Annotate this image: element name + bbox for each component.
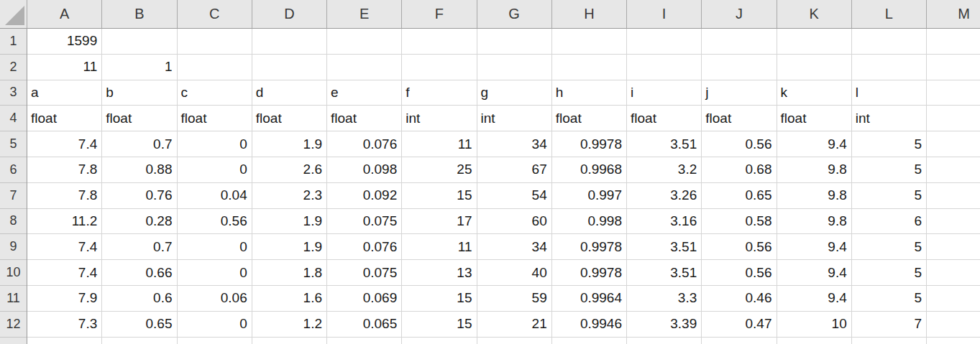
cell-L5[interactable]: 5: [852, 131, 927, 157]
cell-J1[interactable]: [702, 29, 777, 55]
column-header-J[interactable]: J: [702, 0, 777, 28]
row-header-7[interactable]: 7: [0, 183, 27, 209]
cell-D12[interactable]: 1.2: [252, 312, 327, 338]
cell-F4[interactable]: int: [402, 106, 477, 131]
cell-A8[interactable]: 11.2: [27, 209, 102, 235]
cell-A1[interactable]: 1599: [27, 29, 102, 55]
cell-C9[interactable]: 0: [178, 234, 252, 260]
column-header-D[interactable]: D: [252, 0, 327, 28]
cell-F13[interactable]: [402, 338, 477, 344]
cell-B2[interactable]: 1: [102, 55, 177, 80]
cell-D11[interactable]: 1.6: [252, 286, 327, 312]
row-header-2[interactable]: 2: [0, 55, 27, 80]
row-header-12[interactable]: 12: [0, 312, 27, 338]
column-header-M[interactable]: M: [927, 0, 980, 28]
cell-C2[interactable]: [178, 55, 252, 80]
cell-L8[interactable]: 6: [852, 209, 927, 235]
cell-D4[interactable]: float: [252, 106, 327, 131]
cell-F10[interactable]: 13: [402, 260, 477, 286]
cell-E13[interactable]: [327, 338, 402, 344]
cell-A5[interactable]: 7.4: [27, 131, 102, 157]
column-header-B[interactable]: B: [102, 0, 177, 28]
cell-B1[interactable]: [102, 29, 177, 55]
cell-B5[interactable]: 0.7: [102, 131, 177, 157]
cell-I1[interactable]: [627, 29, 702, 55]
cell-K7[interactable]: 9.8: [777, 183, 852, 209]
cell-D5[interactable]: 1.9: [252, 131, 327, 157]
column-header-C[interactable]: C: [178, 0, 252, 28]
cell-L7[interactable]: 5: [852, 183, 927, 209]
cell-L10[interactable]: 5: [852, 260, 927, 286]
cell-D13[interactable]: [252, 338, 327, 344]
cell-E11[interactable]: 0.069: [327, 286, 402, 312]
cell-K9[interactable]: 9.4: [777, 234, 852, 260]
cell-G2[interactable]: [477, 55, 552, 80]
cell-D6[interactable]: 2.6: [252, 157, 327, 183]
cell-F7[interactable]: 15: [402, 183, 477, 209]
cell-I12[interactable]: 3.39: [627, 312, 702, 338]
cell-E1[interactable]: [327, 29, 402, 55]
cell-G8[interactable]: 60: [477, 209, 552, 235]
cell-F11[interactable]: 15: [402, 286, 477, 312]
cell-A12[interactable]: 7.3: [27, 312, 102, 338]
cell-C4[interactable]: float: [178, 106, 252, 131]
cell-B3[interactable]: b: [102, 80, 177, 106]
cell-E6[interactable]: 0.098: [327, 157, 402, 183]
cell-G3[interactable]: g: [477, 80, 552, 106]
cell-F5[interactable]: 11: [402, 131, 477, 157]
cell-G11[interactable]: 59: [477, 286, 552, 312]
cell-K10[interactable]: 9.4: [777, 260, 852, 286]
cell-H9[interactable]: 0.9978: [552, 234, 627, 260]
cell-K1[interactable]: [777, 29, 852, 55]
cell-H13[interactable]: [552, 338, 627, 344]
cell-J5[interactable]: 0.56: [702, 131, 777, 157]
select-all-corner[interactable]: [0, 0, 27, 29]
cell-H10[interactable]: 0.9978: [552, 260, 627, 286]
cell-H8[interactable]: 0.998: [552, 209, 627, 235]
cell-E8[interactable]: 0.075: [327, 209, 402, 235]
cell-E7[interactable]: 0.092: [327, 183, 402, 209]
cell-M7[interactable]: [927, 183, 980, 209]
column-header-E[interactable]: E: [327, 0, 402, 28]
cell-A13[interactable]: [27, 338, 102, 344]
cell-F6[interactable]: 25: [402, 157, 477, 183]
column-header-A[interactable]: A: [27, 0, 102, 28]
cell-J6[interactable]: 0.68: [702, 157, 777, 183]
cell-L1[interactable]: [852, 29, 927, 55]
cell-D9[interactable]: 1.9: [252, 234, 327, 260]
row-header-partial[interactable]: [0, 338, 27, 344]
column-header-G[interactable]: G: [477, 0, 552, 28]
cell-C13[interactable]: [178, 338, 252, 344]
row-header-6[interactable]: 6: [0, 157, 27, 183]
cell-A11[interactable]: 7.9: [27, 286, 102, 312]
cell-C11[interactable]: 0.06: [178, 286, 252, 312]
cell-J8[interactable]: 0.58: [702, 209, 777, 235]
cell-E12[interactable]: 0.065: [327, 312, 402, 338]
cell-H1[interactable]: [552, 29, 627, 55]
cell-M2[interactable]: [927, 55, 980, 80]
cell-J4[interactable]: float: [702, 106, 777, 131]
cell-J12[interactable]: 0.47: [702, 312, 777, 338]
cell-M9[interactable]: [927, 234, 980, 260]
cell-G13[interactable]: [477, 338, 552, 344]
cell-D10[interactable]: 1.8: [252, 260, 327, 286]
cell-G9[interactable]: 34: [477, 234, 552, 260]
cell-H12[interactable]: 0.9946: [552, 312, 627, 338]
cell-G5[interactable]: 34: [477, 131, 552, 157]
cell-B13[interactable]: [102, 338, 177, 344]
cell-C12[interactable]: 0: [178, 312, 252, 338]
cell-M5[interactable]: [927, 131, 980, 157]
cell-D7[interactable]: 2.3: [252, 183, 327, 209]
cell-M12[interactable]: [927, 312, 980, 338]
cell-D3[interactable]: d: [252, 80, 327, 106]
cell-K12[interactable]: 10: [777, 312, 852, 338]
cell-A7[interactable]: 7.8: [27, 183, 102, 209]
cell-H2[interactable]: [552, 55, 627, 80]
cell-D1[interactable]: [252, 29, 327, 55]
cell-I13[interactable]: [627, 338, 702, 344]
cell-G7[interactable]: 54: [477, 183, 552, 209]
cell-I3[interactable]: i: [627, 80, 702, 106]
row-header-9[interactable]: 9: [0, 234, 27, 260]
cell-J2[interactable]: [702, 55, 777, 80]
cell-B10[interactable]: 0.66: [102, 260, 177, 286]
